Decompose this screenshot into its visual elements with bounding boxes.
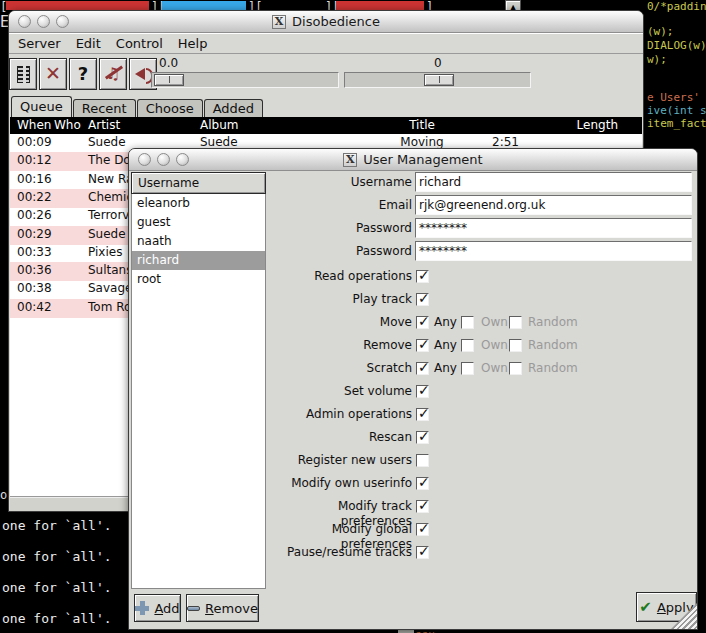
minus-icon xyxy=(187,606,200,611)
window-title: User Management xyxy=(363,152,482,167)
permission-row: Pause/resume tracks xyxy=(266,545,696,561)
slider-thumb[interactable] xyxy=(424,74,454,86)
cell-artist: Sultans xyxy=(88,262,132,279)
menu-control[interactable]: Control xyxy=(116,36,163,51)
highlight-bar xyxy=(162,1,246,10)
window-button-icon[interactable] xyxy=(18,15,31,28)
cell-when: 00:22 xyxy=(17,189,52,206)
permission-label: Move xyxy=(266,315,412,330)
cell-when: 00:16 xyxy=(17,171,52,188)
code-fragment: (w); xyxy=(647,25,674,38)
scratch-button[interactable]: ✕ xyxy=(39,58,67,90)
checked-checkbox[interactable] xyxy=(416,546,429,559)
cell-artist: New Ra xyxy=(88,171,133,188)
window-button-icon[interactable] xyxy=(176,153,189,166)
tab-bar: QueueRecentChooseAdded xyxy=(11,96,263,117)
button-label: Add xyxy=(154,601,179,616)
unchecked-checkbox[interactable] xyxy=(416,454,429,467)
unchecked-checkbox[interactable] xyxy=(461,362,474,375)
window-button-icon[interactable] xyxy=(157,153,170,166)
menu-edit[interactable]: Edit xyxy=(76,36,101,51)
slider-thumb[interactable] xyxy=(154,74,184,86)
random-button[interactable]: ♫ xyxy=(99,58,127,90)
checkmark-icon: ✔ xyxy=(639,598,652,616)
permission-row: Read operations xyxy=(266,269,696,285)
pause-icon xyxy=(17,66,30,83)
window-buttons[interactable] xyxy=(18,15,69,28)
code-fragment: w); xyxy=(647,53,667,66)
checked-checkbox[interactable] xyxy=(416,270,429,283)
user-management-titlebar[interactable]: X User Management xyxy=(129,149,697,171)
password-field[interactable] xyxy=(415,218,692,238)
tab-added[interactable]: Added xyxy=(204,99,263,117)
queue-col-title: Title xyxy=(337,117,507,134)
unchecked-checkbox[interactable] xyxy=(461,339,474,352)
cell-when: 00:36 xyxy=(17,262,52,279)
permission-row: ScratchAnyOwnRandom xyxy=(266,361,696,377)
username-field[interactable] xyxy=(415,172,692,192)
option-label: Any xyxy=(434,338,457,353)
window-title: Disobedience xyxy=(292,14,380,29)
permission-row: RemoveAnyOwnRandom xyxy=(266,338,696,354)
window-buttons[interactable] xyxy=(138,153,189,166)
cell-artist: Tom Ro xyxy=(88,299,131,316)
pause-button[interactable] xyxy=(9,58,37,90)
username-list[interactable]: eleanorbguestnaathrichardroot xyxy=(131,194,266,589)
username-column-header[interactable]: Username xyxy=(131,172,266,194)
checked-checkbox[interactable] xyxy=(416,316,429,329)
list-item-root[interactable]: root xyxy=(132,270,265,289)
checked-checkbox[interactable] xyxy=(416,477,429,490)
password-field[interactable] xyxy=(415,241,692,261)
permission-label: Play track xyxy=(266,292,412,307)
button-label: Remove xyxy=(205,601,258,616)
playing-slider[interactable] xyxy=(151,72,339,88)
unchecked-checkbox[interactable] xyxy=(509,362,522,375)
x11-logo-icon: X xyxy=(272,15,286,29)
menu-help[interactable]: Help xyxy=(178,36,208,51)
email-field[interactable] xyxy=(415,195,692,215)
window-button-icon[interactable] xyxy=(56,15,69,28)
option-label: Random xyxy=(528,361,578,376)
list-item-richard[interactable]: richard xyxy=(132,251,265,270)
terminal-line: one for `all'. xyxy=(2,518,112,533)
volume-slider[interactable] xyxy=(344,72,531,88)
slider-value-label: 0.0 xyxy=(159,56,178,70)
checked-checkbox[interactable] xyxy=(416,408,429,421)
permission-label: Pause/resume tracks xyxy=(266,545,412,560)
unchecked-checkbox[interactable] xyxy=(509,316,522,329)
tab-queue[interactable]: Queue xyxy=(11,96,72,117)
checked-checkbox[interactable] xyxy=(416,362,429,375)
checked-checkbox[interactable] xyxy=(416,339,429,352)
list-item-guest[interactable]: guest xyxy=(132,213,265,232)
checked-checkbox[interactable] xyxy=(416,385,429,398)
terminal-line: one for `all'. xyxy=(2,549,112,564)
window-button-icon[interactable] xyxy=(138,153,151,166)
permission-row: MoveAnyOwnRandom xyxy=(266,315,696,331)
checked-checkbox[interactable] xyxy=(416,500,429,513)
list-item-naath[interactable]: naath xyxy=(132,232,265,251)
help-button[interactable]: ? xyxy=(69,58,97,90)
checked-checkbox[interactable] xyxy=(416,431,429,444)
remove-button[interactable]: Remove xyxy=(186,594,259,622)
checked-checkbox[interactable] xyxy=(416,523,429,536)
plus-icon xyxy=(135,601,149,615)
disobedience-titlebar[interactable]: X Disobedience xyxy=(9,11,643,33)
user-detail-panel: UsernameEmailPasswordPasswordRead operat… xyxy=(266,171,696,589)
tab-choose[interactable]: Choose xyxy=(137,99,203,117)
cell-when: 00:09 xyxy=(17,134,52,151)
cell-artist: Terrorvi xyxy=(88,207,133,224)
unchecked-checkbox[interactable] xyxy=(509,339,522,352)
tab-recent[interactable]: Recent xyxy=(73,99,136,117)
cell-artist: Suede xyxy=(88,134,126,151)
checked-checkbox[interactable] xyxy=(416,293,429,306)
field-label: Email xyxy=(266,195,412,215)
add-button[interactable]: Add xyxy=(134,594,181,622)
unchecked-checkbox[interactable] xyxy=(461,316,474,329)
menu-server[interactable]: Server xyxy=(18,36,61,51)
permission-row: Admin operations xyxy=(266,407,696,423)
window-button-icon[interactable] xyxy=(37,15,50,28)
option-label: Own xyxy=(481,361,508,376)
list-item-eleanorb[interactable]: eleanorb xyxy=(132,194,265,213)
volume-icon xyxy=(134,66,152,82)
user-management-window: X User Management Username eleanorbguest… xyxy=(128,148,698,630)
